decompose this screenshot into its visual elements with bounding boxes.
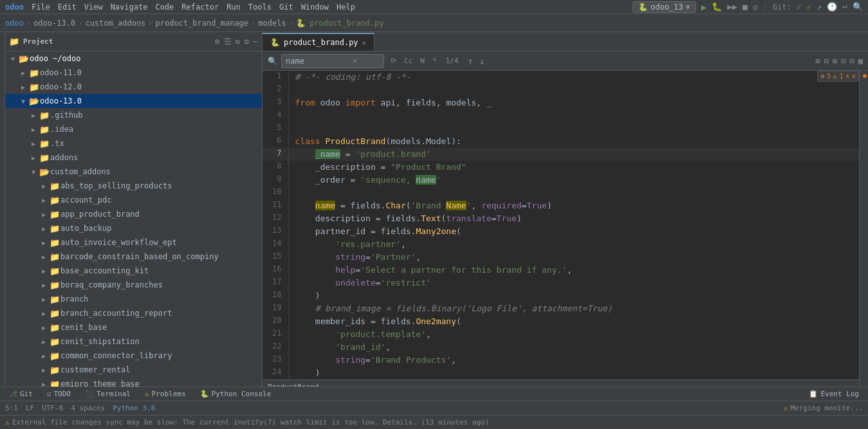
menu-navigate[interactable]: Navigate — [111, 3, 148, 12]
tree-item-customer-rental[interactable]: ▶ 📁 customer_rental — [5, 363, 262, 377]
code-scroll[interactable]: ● ⊗ 5 ⚠ 1 ∧ ∨ 1 # -*- coding: utf-8 -*- — [263, 71, 868, 387]
line-content[interactable]: string='Partner', — [288, 251, 868, 264]
line-content[interactable]: help='Select a partner for this brand if… — [288, 264, 868, 277]
breadcrumb-models[interactable]: models — [258, 19, 286, 28]
git-check2[interactable]: ✓ — [807, 2, 812, 12]
line-content[interactable]: string='Brand Products', — [288, 354, 868, 367]
line-content[interactable]: ondelete='restrict' — [288, 277, 868, 289]
line-content[interactable]: # -*- coding: utf-8 -*- — [288, 71, 868, 84]
tree-root[interactable]: ▼ 📂 odoo ~/odoo — [5, 51, 262, 66]
tree-item-barcode[interactable]: ▶ 📁 barcode_constrain_based_on_compiny — [5, 250, 262, 264]
tree-item-auto-backup[interactable]: ▶ 📁 auto_backup — [5, 221, 262, 235]
tree-item-idea[interactable]: ▶ 📁 .idea — [5, 122, 262, 136]
status-charset[interactable]: UTF-8 — [42, 404, 63, 412]
tree-item-cenit-shipstation[interactable]: ▶ 📁 cenit_shipstation — [5, 334, 262, 349]
search-next-button[interactable]: ↓ — [477, 56, 487, 66]
git-revert[interactable]: ↩ — [842, 2, 847, 12]
tab-event-log[interactable]: 📋 Event Log — [802, 388, 865, 401]
status-python[interactable]: Python 3.6 — [113, 404, 155, 412]
search-split-button[interactable]: ⊟ — [824, 57, 829, 66]
line-content[interactable]: from odoo import api, fields, models, _ — [288, 96, 868, 109]
menu-edit[interactable]: Edit — [58, 3, 77, 12]
git-check1[interactable]: ✓ — [797, 2, 802, 12]
tree-item-abs[interactable]: ▶ 📁 abs_top_selling_products — [5, 179, 262, 193]
line-content[interactable]: member_ids = fields.One2many( — [288, 315, 868, 328]
run-button[interactable]: ▶ — [701, 2, 706, 12]
line-content[interactable]: _name = 'product.brand' — [288, 148, 868, 161]
menu-tools[interactable]: Tools — [248, 3, 272, 12]
git-arrow[interactable]: ↗ — [817, 2, 822, 12]
tab-terminal[interactable]: ⬛ Terminal — [78, 388, 137, 401]
tree-item-tx[interactable]: ▶ 📁 .tx — [5, 136, 262, 151]
breadcrumb-odoo13[interactable]: odoo-13.0 — [33, 19, 75, 28]
line-content[interactable]: _description = "Product Brand" — [288, 161, 868, 174]
env-badge[interactable]: 🐍 odoo_13 ▼ — [633, 1, 696, 13]
breadcrumb-file[interactable]: product_brand.py — [309, 19, 384, 28]
search-prev-button[interactable]: ↑ — [465, 56, 475, 66]
tree-item-common-connector[interactable]: ▶ 📁 common_connector_library — [5, 349, 262, 363]
tree-item-boraq[interactable]: ▶ 📁 boraq_company_branches — [5, 278, 262, 292]
tree-item-branch-accounting[interactable]: ▶ 📁 branch_accounting_report — [5, 306, 262, 320]
menu-odoo[interactable]: odoo — [5, 3, 24, 12]
menu-run[interactable]: Run — [226, 3, 241, 12]
tab-product-brand[interactable]: 🐍 product_brand.py ✕ — [263, 33, 374, 51]
list-icon[interactable]: ☰ — [224, 37, 232, 46]
menu-code[interactable]: Code — [155, 3, 174, 12]
tree-item-odoo12[interactable]: ▶ 📁 odoo-12.0 — [5, 80, 262, 94]
line-content[interactable] — [288, 109, 868, 122]
menu-help[interactable]: Help — [337, 3, 355, 12]
search-case-button[interactable]: Cc — [402, 55, 415, 66]
search-more-button[interactable]: ⊡ — [841, 57, 845, 66]
search-input[interactable] — [286, 57, 350, 66]
line-content[interactable]: name = fields.Char('Brand Name', require… — [288, 199, 868, 212]
search-input-wrap[interactable]: ✕ — [281, 54, 384, 68]
line-content[interactable]: class ProductBrand(models.Model): — [288, 135, 868, 148]
line-content[interactable]: # brand_image = fields.Binary('Logo File… — [288, 302, 868, 315]
line-content[interactable]: ) — [288, 367, 868, 379]
line-content[interactable]: _order = 'sequence, name' — [288, 174, 868, 187]
search-everywhere[interactable]: 🔍 — [853, 2, 863, 12]
line-content[interactable]: 'res.partner', — [288, 238, 868, 251]
menu-git[interactable]: Git — [279, 3, 293, 12]
add-content-icon[interactable]: ⊕ — [215, 37, 220, 46]
expand-icon[interactable]: ∧ — [845, 72, 850, 80]
search-refresh-button[interactable]: ⟳ — [388, 55, 399, 66]
filter-icon[interactable]: ⇆ — [235, 37, 241, 46]
tree-item-emipro-theme-base[interactable]: ▶ 📁 emipro_theme_base — [5, 377, 262, 387]
tree-item-account-pdc[interactable]: ▶ 📁 account_pdc — [5, 193, 262, 207]
search-mode-button[interactable]: ⊞ — [816, 57, 820, 66]
breadcrumb-odoo[interactable]: odoo — [5, 19, 24, 28]
search-split-vert-button[interactable]: ⊞ — [833, 57, 837, 66]
tree-item-branch[interactable]: ▶ 📁 branch — [5, 292, 262, 306]
search-clear-button[interactable]: ✕ — [353, 57, 357, 65]
menu-window[interactable]: Window — [301, 3, 329, 12]
tree-item-addons[interactable]: ▶ 📁 addons — [5, 151, 262, 165]
coverage-button[interactable]: ▶▶ — [727, 2, 737, 12]
status-lf[interactable]: LF — [26, 404, 34, 412]
tab-close-button[interactable]: ✕ — [362, 39, 367, 47]
git-history[interactable]: 🕐 — [827, 2, 837, 12]
line-content[interactable]: partner_id = fields.Many2one( — [288, 225, 868, 238]
rerun-button[interactable]: ↺ — [753, 2, 758, 12]
tree-item-auto-invoice[interactable]: ▶ 📁 auto_invoice_workflow_ept — [5, 235, 262, 250]
tab-problems[interactable]: ⚠ Problems — [138, 388, 192, 401]
tab-todo[interactable]: ☑ TODO — [41, 388, 77, 401]
tree-item-odoo11[interactable]: ▶ 📁 odoo-11.0 — [5, 66, 262, 80]
settings-icon[interactable]: ⚙ — [244, 37, 249, 46]
stop-button[interactable]: ■ — [743, 2, 748, 12]
menu-refactor[interactable]: Refactor — [181, 3, 219, 12]
tree-item-custom-addons[interactable]: ▼ 📂 custom_addons — [5, 165, 262, 179]
menu-view[interactable]: View — [84, 3, 103, 12]
line-content[interactable]: description = fields.Text(translate=True… — [288, 212, 868, 225]
minus-icon[interactable]: − — [253, 37, 258, 46]
breadcrumb-product-brand-manage[interactable]: product_brand_manage — [156, 19, 249, 28]
tree-item-github[interactable]: ▶ 📁 .github — [5, 108, 262, 122]
line-content[interactable] — [288, 122, 868, 135]
line-content[interactable]: ) — [288, 289, 868, 302]
line-content[interactable]: 'brand_id', — [288, 341, 868, 354]
status-line-col[interactable]: 5:1 — [5, 404, 18, 412]
collapse-icon[interactable]: ∨ — [851, 72, 856, 80]
tree-item-cenit-base[interactable]: ▶ 📁 cenit_base — [5, 320, 262, 334]
env-dropdown-icon[interactable]: ▼ — [686, 3, 690, 12]
tree-item-app-product-brand[interactable]: ▶ 📁 app_product_brand — [5, 207, 262, 221]
